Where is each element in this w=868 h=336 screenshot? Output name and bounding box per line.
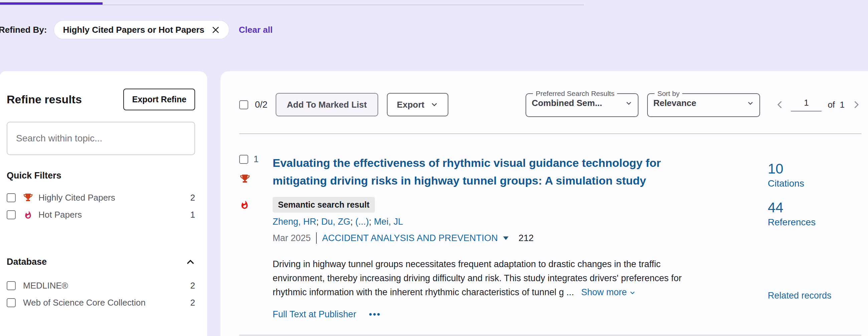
author-link[interactable]: (...) xyxy=(355,217,369,227)
sort-by-label: Sort by xyxy=(654,90,682,97)
journal-link[interactable]: ACCIDENT ANALYSIS AND PREVENTION xyxy=(322,233,498,243)
flame-icon xyxy=(22,210,34,220)
author-list: Zheng, HR; Du, ZG; (...); Mei, JL xyxy=(273,217,768,227)
sort-by-select[interactable]: Sort by Relevance xyxy=(647,90,760,117)
preferred-search-results-value: Combined Sem... xyxy=(532,98,602,108)
refined-by-label: Refined By: xyxy=(0,25,47,35)
web-of-science-results-page: Refined By: Highly Cited Papers or Hot P… xyxy=(0,0,868,336)
results-panel: 0/2 Add To Marked List Export Preferred … xyxy=(220,71,868,336)
author-link[interactable]: Mei, JL xyxy=(374,217,403,227)
filter-label[interactable]: MEDLINE® xyxy=(23,280,190,291)
export-button[interactable]: Export xyxy=(387,93,448,116)
result-checkbox[interactable] xyxy=(239,155,248,164)
close-icon[interactable] xyxy=(211,25,220,34)
refine-results-title: Refine results xyxy=(7,93,82,106)
add-to-marked-list-button[interactable]: Add To Marked List xyxy=(276,93,378,116)
refined-by-bar: Refined By: Highly Cited Papers or Hot P… xyxy=(0,20,273,39)
show-more-link[interactable]: Show more xyxy=(581,287,636,297)
citations-count[interactable]: 10 xyxy=(768,161,861,177)
toolbar-divider xyxy=(239,133,861,134)
abstract-snippet: Driving in highway tunnel groups necessi… xyxy=(273,257,702,299)
pagination: of 1 xyxy=(775,97,861,112)
filter-count: 2 xyxy=(190,193,195,203)
filter-row-highly-cited: Highly Cited Papers 2 xyxy=(7,192,195,203)
preferred-search-results-label: Preferred Search Results xyxy=(533,90,617,97)
citations-label[interactable]: Citations xyxy=(768,178,861,189)
database-heading: Database xyxy=(7,257,47,267)
result-content: Evaluating the effectiveness of rhythmic… xyxy=(273,154,768,319)
results-toolbar: 0/2 Add To Marked List Export Preferred … xyxy=(239,92,861,117)
select-all-checkbox[interactable] xyxy=(239,100,248,109)
result-metrics: 10 Citations 44 References Related recor… xyxy=(768,154,861,319)
references-count[interactable]: 44 xyxy=(768,200,861,216)
page-total: of 1 xyxy=(828,100,845,110)
filter-row-medline: MEDLINE® 2 xyxy=(7,280,195,291)
source-separator xyxy=(316,232,317,244)
journal-caret-down-icon[interactable] xyxy=(503,236,508,240)
filter-chip-label: Highly Cited Papers or Hot Papers xyxy=(63,25,204,35)
filter-row-hot-papers: Hot Papers 1 xyxy=(7,209,195,220)
references-label[interactable]: References xyxy=(768,217,861,228)
citations-metric[interactable]: 10 Citations xyxy=(768,161,861,189)
author-link[interactable]: Du, ZG xyxy=(321,217,350,227)
refine-sidebar: Refine results Export Refine Quick Filte… xyxy=(0,71,207,336)
hot-paper-flame-icon xyxy=(240,199,273,212)
database-section-header[interactable]: Database xyxy=(7,257,195,267)
filter-label[interactable]: Web of Science Core Collection xyxy=(23,298,190,308)
author-link[interactable]: Zheng, HR xyxy=(273,217,316,227)
references-metric[interactable]: 44 References xyxy=(768,200,861,228)
active-tab-indicator xyxy=(0,2,102,5)
filter-chip[interactable]: Highly Cited Papers or Hot Papers xyxy=(54,20,229,39)
export-button-label: Export xyxy=(397,100,424,110)
filter-count: 1 xyxy=(190,209,195,220)
chevron-down-icon xyxy=(625,100,632,107)
highly-cited-trophy-icon xyxy=(239,173,273,186)
full-text-at-publisher-link[interactable]: Full Text at Publisher xyxy=(273,309,356,319)
result-index: 1 xyxy=(254,154,258,165)
preferred-search-results-select[interactable]: Preferred Search Results Combined Sem... xyxy=(526,90,639,117)
next-page-icon[interactable] xyxy=(851,100,861,110)
highly-cited-checkbox[interactable] xyxy=(7,193,16,202)
publication-date: Mar 2025 xyxy=(273,233,311,243)
quick-filters-heading: Quick Filters xyxy=(7,170,195,181)
selection-count: 0/2 xyxy=(255,100,268,110)
filter-count: 2 xyxy=(190,298,195,308)
search-within-topic-input[interactable] xyxy=(7,122,195,155)
hot-papers-checkbox[interactable] xyxy=(7,210,16,219)
filter-label[interactable]: Hot Papers xyxy=(38,209,190,220)
volume-number: 212 xyxy=(519,233,533,243)
filter-count: 2 xyxy=(190,280,195,291)
chevron-down-icon xyxy=(747,100,754,107)
result-gutter: 1 xyxy=(239,154,273,319)
author-separator: ; xyxy=(369,217,374,227)
medline-checkbox[interactable] xyxy=(7,281,16,290)
source-row: Mar 2025 ACCIDENT ANALYSIS AND PREVENTIO… xyxy=(273,232,768,244)
export-refine-button[interactable]: Export Refine xyxy=(123,89,195,110)
filter-row-wos-core: Web of Science Core Collection 2 xyxy=(7,298,195,308)
author-separator: ; xyxy=(350,217,355,227)
author-separator: ; xyxy=(316,217,321,227)
wos-core-checkbox[interactable] xyxy=(7,298,16,307)
result-item: 1 Evaluating the effectiveness of rhythm… xyxy=(239,154,861,319)
result-title-link[interactable]: Evaluating the effectiveness of rhythmic… xyxy=(273,154,693,190)
clear-all-link[interactable]: Clear all xyxy=(239,25,273,35)
more-options-icon[interactable]: ••• xyxy=(369,309,381,319)
sort-by-value: Relevance xyxy=(653,98,696,108)
related-records-link[interactable]: Related records xyxy=(768,290,861,301)
page-number-input[interactable] xyxy=(791,97,822,112)
chevron-up-icon[interactable] xyxy=(186,257,195,267)
filter-label[interactable]: Highly Cited Papers xyxy=(38,193,190,203)
semantic-search-badge: Semantic search result xyxy=(273,197,375,213)
result-divider xyxy=(239,335,861,336)
trophy-icon xyxy=(22,192,34,203)
previous-page-icon[interactable] xyxy=(775,100,785,110)
chevron-down-icon xyxy=(430,101,438,109)
